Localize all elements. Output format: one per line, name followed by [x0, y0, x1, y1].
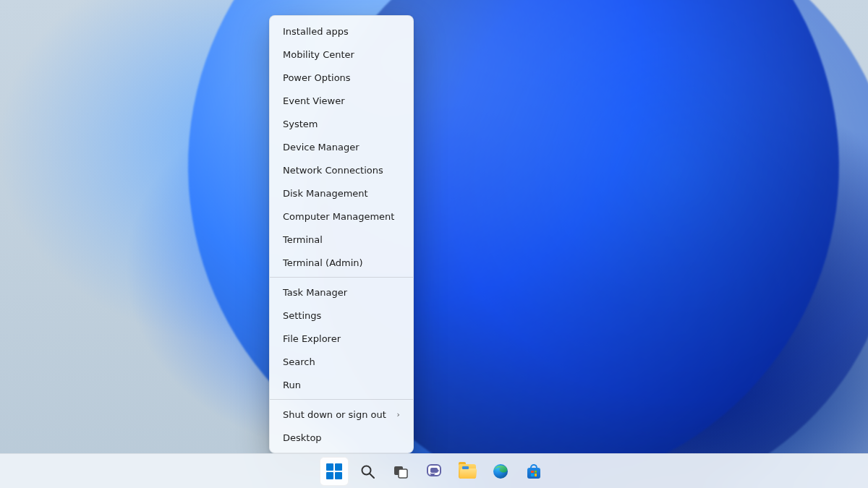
start-button[interactable]	[320, 457, 349, 486]
menu-item-run[interactable]: Run	[273, 373, 410, 396]
menu-item-terminal[interactable]: Terminal	[273, 228, 410, 251]
menu-item-label: Event Viewer	[283, 95, 345, 106]
menu-item-label: Installed apps	[283, 26, 349, 37]
menu-item-task-manager[interactable]: Task Manager	[273, 281, 410, 304]
folder-icon	[459, 464, 476, 479]
menu-item-event-viewer[interactable]: Event Viewer	[273, 89, 410, 112]
menu-item-computer-management[interactable]: Computer Management	[273, 205, 410, 228]
search-button[interactable]	[353, 457, 382, 486]
svg-rect-3	[399, 469, 407, 478]
menu-item-label: Computer Management	[283, 211, 394, 222]
menu-item-label: Desktop	[283, 432, 322, 443]
menu-item-device-manager[interactable]: Device Manager	[273, 135, 410, 158]
menu-item-mobility-center[interactable]: Mobility Center	[273, 43, 410, 66]
chat-icon	[425, 463, 443, 480]
menu-item-label: Device Manager	[283, 142, 359, 153]
taskbar	[0, 453, 868, 488]
menu-item-label: Network Connections	[283, 165, 383, 176]
menu-item-settings[interactable]: Settings	[273, 304, 410, 327]
menu-item-disk-management[interactable]: Disk Management	[273, 181, 410, 205]
menu-item-file-explorer[interactable]: File Explorer	[273, 327, 410, 350]
windows-start-icon	[326, 463, 342, 479]
menu-item-shutdown-signout[interactable]: Shut down or sign out ›	[273, 403, 410, 426]
file-explorer-button[interactable]	[453, 457, 482, 486]
menu-item-desktop[interactable]: Desktop	[273, 426, 410, 449]
menu-item-label: File Explorer	[283, 333, 341, 344]
menu-separator	[270, 399, 413, 400]
task-view-icon	[392, 463, 409, 480]
menu-item-label: Settings	[283, 310, 321, 321]
menu-item-power-options[interactable]: Power Options	[273, 66, 410, 89]
menu-item-label: Terminal (Admin)	[283, 257, 363, 268]
menu-item-label: Disk Management	[283, 188, 368, 199]
search-icon	[359, 463, 376, 480]
task-view-button[interactable]	[386, 457, 415, 486]
winx-context-menu: Installed apps Mobility Center Power Opt…	[269, 15, 414, 453]
menu-separator	[270, 277, 413, 278]
menu-item-label: Shut down or sign out	[283, 409, 386, 420]
menu-item-label: Task Manager	[283, 287, 347, 298]
menu-item-label: Power Options	[283, 72, 351, 83]
menu-item-label: Terminal	[283, 234, 323, 245]
menu-item-label: Mobility Center	[283, 49, 354, 60]
menu-item-network-connections[interactable]: Network Connections	[273, 158, 410, 181]
store-icon	[526, 463, 542, 479]
menu-item-system[interactable]: System	[273, 112, 410, 135]
menu-item-search[interactable]: Search	[273, 350, 410, 373]
chat-button[interactable]	[420, 457, 448, 486]
menu-item-terminal-admin[interactable]: Terminal (Admin)	[273, 251, 410, 274]
chevron-right-icon: ›	[397, 410, 400, 419]
menu-item-label: Search	[283, 356, 315, 367]
desktop-wallpaper	[0, 0, 868, 488]
menu-item-installed-apps[interactable]: Installed apps	[273, 20, 410, 43]
svg-line-1	[370, 474, 374, 478]
edge-button[interactable]	[486, 457, 515, 486]
edge-icon	[492, 463, 509, 480]
menu-item-label: System	[283, 119, 318, 129]
menu-item-label: Run	[283, 380, 301, 390]
store-button[interactable]	[519, 457, 548, 486]
